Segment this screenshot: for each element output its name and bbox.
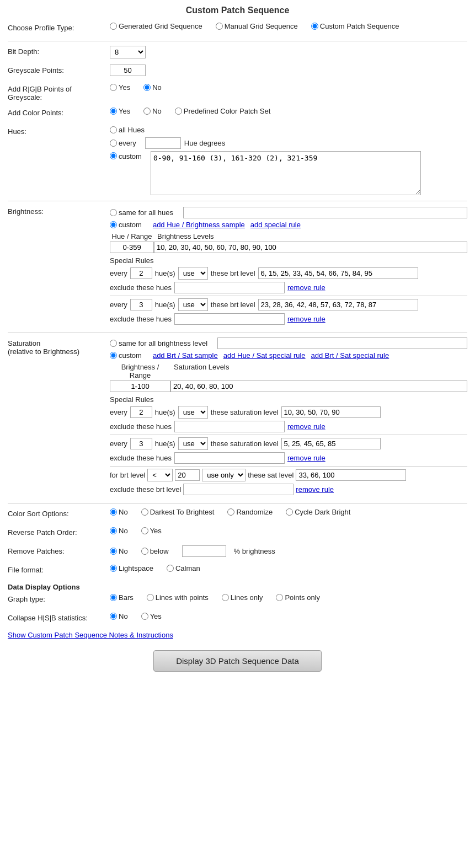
add-rgb-no-radio[interactable]: [143, 84, 151, 91]
saturation-sr0-exclude-input[interactable]: [174, 421, 285, 432]
color-sort-no-radio[interactable]: [110, 508, 117, 516]
file-format-calman-radio[interactable]: [167, 565, 174, 572]
collapse-hsb-yes-option[interactable]: Yes: [141, 612, 162, 620]
remove-patches-pct-input[interactable]: [182, 545, 226, 557]
for-brt-val-input[interactable]: [175, 469, 200, 481]
color-sort-random-radio[interactable]: [227, 508, 234, 516]
profile-generated-radio[interactable]: [110, 23, 117, 30]
add-color-yes-option[interactable]: Yes: [110, 107, 130, 115]
hues-every-input[interactable]: [145, 137, 181, 149]
color-sort-no-option[interactable]: No: [110, 508, 128, 516]
graph-points-only-option[interactable]: Points only: [276, 593, 320, 602]
hues-every-radio[interactable]: [110, 140, 117, 147]
hues-custom-radio[interactable]: [110, 152, 117, 159]
color-sort-cycle-radio[interactable]: [286, 508, 293, 516]
brightness-custom-option[interactable]: custom: [110, 221, 142, 229]
add-hue-brightness-link[interactable]: add Hue / Brightness sample: [153, 221, 245, 229]
add-rgb-yes-radio[interactable]: [110, 84, 117, 91]
brightness-sr0-remove[interactable]: remove rule: [287, 283, 325, 292]
graph-lines-points-radio[interactable]: [147, 594, 154, 601]
saturation-sr0-remove[interactable]: remove rule: [287, 422, 325, 431]
hues-custom-option[interactable]: custom: [110, 151, 142, 160]
profile-custom-option[interactable]: Custom Patch Sequence: [311, 22, 399, 30]
for-brt-remove[interactable]: remove rule: [296, 485, 334, 494]
add-special-rule-link[interactable]: add special rule: [250, 221, 301, 229]
remove-patches-below-radio[interactable]: [141, 548, 148, 555]
saturation-sr0-levels[interactable]: [281, 406, 381, 418]
brightness-sr0-every[interactable]: [130, 267, 152, 279]
profile-custom-radio[interactable]: [311, 23, 318, 30]
saturation-sr1-levels[interactable]: [281, 438, 381, 449]
add-brt-sat-special-link[interactable]: add Brt / Sat special rule: [311, 351, 389, 360]
saturation-same-radio[interactable]: [110, 340, 117, 347]
add-rgb-no-option[interactable]: No: [143, 83, 162, 92]
brt-range-input-0[interactable]: [110, 381, 170, 392]
graph-lines-points-option[interactable]: Lines with points: [147, 593, 209, 602]
add-rgb-yes-option[interactable]: Yes: [110, 83, 130, 92]
collapse-hsb-no-option[interactable]: No: [110, 612, 128, 620]
graph-bars-option[interactable]: Bars: [110, 593, 134, 602]
remove-patches-no-radio[interactable]: [110, 548, 117, 555]
add-color-predefined-radio[interactable]: [175, 108, 182, 115]
graph-lines-only-radio[interactable]: [222, 594, 229, 601]
sat-levels-input-0[interactable]: [170, 381, 467, 392]
saturation-sr1-remove[interactable]: remove rule: [287, 454, 325, 462]
brightness-levels-input-0[interactable]: [154, 242, 467, 253]
brightness-sr1-remove[interactable]: remove rule: [287, 315, 325, 323]
show-notes-link[interactable]: Show Custom Patch Sequence Notes & Instr…: [8, 631, 467, 639]
brightness-same-radio[interactable]: [110, 209, 117, 216]
collapse-hsb-yes-radio[interactable]: [141, 613, 148, 620]
reverse-patch-yes-radio[interactable]: [141, 527, 148, 534]
exclude-brt-input[interactable]: [183, 484, 293, 495]
add-color-no-radio[interactable]: [143, 108, 151, 115]
saturation-same-input[interactable]: [217, 337, 467, 349]
file-format-calman-option[interactable]: Calman: [167, 564, 200, 572]
color-sort-darkest-option[interactable]: Darkest To Brightest: [141, 508, 215, 516]
saturation-sr0-every[interactable]: [130, 406, 152, 418]
brightness-sr0-exclude-input[interactable]: [174, 282, 285, 293]
reverse-patch-no-option[interactable]: No: [110, 527, 128, 535]
hues-every-option[interactable]: every: [110, 139, 136, 147]
file-format-lightspace-option[interactable]: Lightspace: [110, 564, 153, 572]
brightness-sr1-exclude-input[interactable]: [174, 313, 285, 325]
for-brt-sat-levels-input[interactable]: [296, 469, 406, 481]
file-format-lightspace-radio[interactable]: [110, 565, 117, 572]
remove-patches-no-option[interactable]: No: [110, 547, 128, 555]
graph-lines-only-option[interactable]: Lines only: [222, 593, 263, 602]
brightness-sr1-levels[interactable]: [258, 299, 418, 310]
hues-custom-textarea[interactable]: 0-90, 91-160 (3), 161-320 (2), 321-359: [151, 151, 421, 195]
saturation-custom-radio[interactable]: [110, 352, 117, 359]
brightness-sr0-use-select[interactable]: useskip: [178, 267, 208, 280]
color-sort-random-option[interactable]: Randomize: [227, 508, 273, 516]
reverse-patch-yes-option[interactable]: Yes: [141, 527, 162, 535]
hues-all-radio[interactable]: [110, 126, 117, 133]
hue-range-input-0[interactable]: [110, 242, 154, 253]
remove-patches-below-option[interactable]: below: [141, 547, 169, 555]
brightness-custom-radio[interactable]: [110, 221, 117, 228]
profile-manual-radio[interactable]: [216, 23, 223, 30]
brightness-sr1-use-select[interactable]: useskip: [178, 298, 208, 311]
greyscale-points-input[interactable]: [110, 65, 146, 76]
display-3d-button[interactable]: Display 3D Patch Sequence Data: [153, 650, 322, 672]
brightness-same-option[interactable]: same for all hues: [110, 208, 173, 217]
add-hue-sat-special-link[interactable]: add Hue / Sat special rule: [223, 351, 306, 360]
color-sort-darkest-radio[interactable]: [141, 508, 148, 516]
saturation-sr1-every[interactable]: [130, 438, 152, 449]
brightness-sr0-levels[interactable]: [258, 267, 418, 279]
saturation-sr0-use-select[interactable]: useskip: [178, 406, 208, 419]
color-sort-cycle-option[interactable]: Cycle Dark Bright: [286, 508, 350, 516]
saturation-sr1-exclude-input[interactable]: [174, 452, 285, 464]
profile-generated-option[interactable]: Generated Grid Sequence: [110, 22, 202, 30]
profile-manual-option[interactable]: Manual Grid Sequence: [216, 22, 298, 30]
hues-all-option[interactable]: all Hues: [110, 126, 145, 134]
saturation-same-option[interactable]: same for all brightness level: [110, 339, 207, 347]
saturation-sr1-use-select[interactable]: useskip: [178, 437, 208, 450]
for-brt-op-select[interactable]: <<=>>==: [147, 469, 173, 481]
for-brt-use-only-select[interactable]: use onlyskip: [202, 469, 245, 481]
saturation-custom-option[interactable]: custom: [110, 351, 142, 360]
add-color-yes-radio[interactable]: [110, 108, 117, 115]
reverse-patch-no-radio[interactable]: [110, 527, 117, 534]
graph-points-only-radio[interactable]: [276, 594, 283, 601]
add-brt-sat-link[interactable]: add Brt / Sat sample: [153, 351, 218, 360]
brightness-same-input[interactable]: [183, 207, 467, 218]
